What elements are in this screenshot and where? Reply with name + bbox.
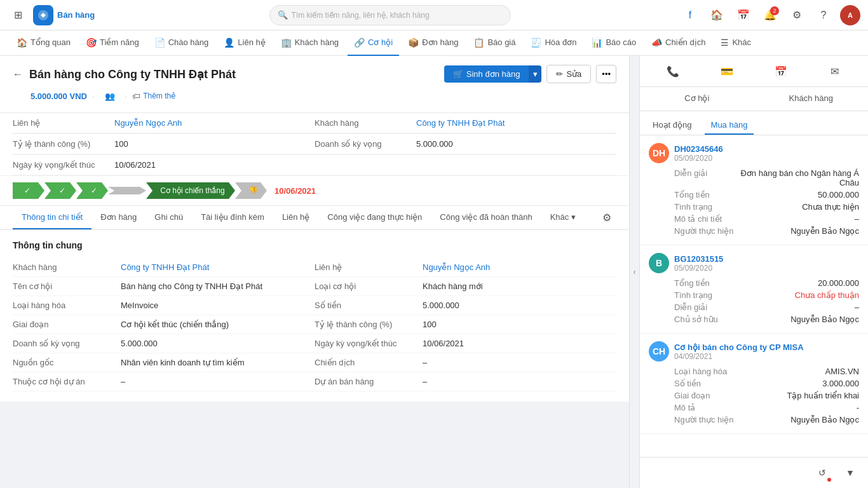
- detail-thuoc-co-hoi: Thuộc cơ hội dự án –: [13, 372, 315, 391]
- od2-row-4: Chủ sở hữu Nguyễn Bảo Ngọc: [674, 313, 859, 325]
- khach-hang-icon: 🏢: [281, 37, 292, 48]
- detail-so-tien: Số tiền 5.000.000: [315, 296, 616, 315]
- grid-icon[interactable]: ⊞: [8, 5, 28, 25]
- pipeline-date: 10/06/2021: [275, 186, 316, 196]
- step-1-shape[interactable]: ✓: [13, 182, 44, 199]
- step-4-shape[interactable]: [108, 187, 146, 194]
- rp-phone-icon[interactable]: 📞: [661, 60, 684, 83]
- nav-tong-quan[interactable]: 🏠 Tổng quan: [10, 30, 77, 56]
- step-3-shape[interactable]: ✓: [76, 182, 108, 199]
- od3-row-5: Người thực hiện Nguyễn Bảo Ngọc: [674, 414, 859, 426]
- more-button[interactable]: •••: [596, 65, 616, 83]
- detail-loai-co-hoi-label: Loại cơ hội: [315, 281, 423, 291]
- detail-khach-hang-value[interactable]: Công ty TNHH Đạt Phát: [121, 262, 315, 272]
- bao-gia-icon: 📋: [473, 37, 484, 48]
- pipeline-step-4[interactable]: [108, 187, 146, 194]
- rp-subtab-mua-hang[interactable]: Mua hàng: [705, 116, 754, 135]
- detail-chien-dich: Chiến dịch –: [315, 353, 616, 372]
- nav-khach-hang[interactable]: 🏢 Khách hàng: [275, 30, 345, 56]
- tag-label: Thêm thẻ: [143, 92, 175, 100]
- nav-chien-dich[interactable]: 📣 Chiến dịch: [645, 30, 712, 56]
- rp-filter-icon[interactable]: ▼: [839, 461, 862, 484]
- rp-tab-co-hoi[interactable]: Cơ hội: [640, 87, 754, 111]
- tab-khac[interactable]: Khác ▾: [541, 206, 585, 229]
- nav-don-hang[interactable]: 📦 Đơn hàng: [402, 30, 465, 56]
- tab-hoan-thanh[interactable]: Công việc đã hoàn thành: [431, 206, 541, 229]
- pipeline-step-6[interactable]: 👎: [235, 182, 267, 199]
- od3-row-1: Loại hàng hóa AMIS.VN: [674, 365, 859, 377]
- nav-hoa-don[interactable]: 🧾 Hóa đơn: [524, 30, 583, 56]
- rp-refresh-icon[interactable]: ↺: [811, 461, 834, 484]
- nav-chao-hang[interactable]: 📄 Chào hàng: [148, 30, 215, 56]
- sinh-don-hang-label: Sinh đơn hàng: [466, 69, 520, 79]
- search-placeholder: Tìm kiếm tiềm năng, liên hệ, khách hàng: [292, 11, 430, 20]
- search-bar[interactable]: 🔍 Tìm kiếm tiềm năng, liên hệ, khách hàn…: [269, 5, 511, 25]
- tab-thong-tin[interactable]: Thông tin chi tiết: [13, 206, 92, 229]
- order-code-1[interactable]: DH02345646: [674, 144, 723, 154]
- panel-toggle[interactable]: ‹: [629, 56, 639, 488]
- pipeline-step-1[interactable]: ✓: [13, 182, 44, 199]
- tag-icon: 🏷: [132, 92, 140, 101]
- rp-subtab-hoat-dong[interactable]: Hoạt động: [646, 116, 698, 135]
- order-code-3[interactable]: Cơ hội bán cho Công ty CP MISA: [674, 342, 804, 352]
- od3-value-1: AMIS.VN: [738, 367, 859, 376]
- back-button[interactable]: ←: [13, 69, 23, 80]
- rp-tab-khach-hang[interactable]: Khách hàng: [754, 87, 869, 111]
- bao-cao-icon: 📊: [592, 37, 602, 48]
- lien-he-icon: 👤: [224, 37, 234, 48]
- order-code-2[interactable]: BG12031515: [674, 254, 723, 264]
- nav-bao-gia[interactable]: 📋 Báo giá: [467, 30, 522, 56]
- home-icon[interactable]: 🏠: [707, 5, 727, 25]
- user-avatar[interactable]: A: [840, 5, 860, 25]
- settings-icon[interactable]: ⚙: [787, 5, 807, 25]
- tabs-settings-icon[interactable]: ⚙: [597, 207, 616, 229]
- help-icon[interactable]: ?: [813, 5, 834, 25]
- tab-don-hang[interactable]: Đơn hàng: [92, 206, 146, 229]
- app-name: Bán hàng: [57, 10, 95, 20]
- step-active-shape[interactable]: Cơ hội chiến thắng: [146, 182, 235, 199]
- doanh-so-value: 5.000.000: [416, 139, 453, 149]
- nav-tiem-nang[interactable]: 🎯 Tiềm năng: [79, 30, 146, 56]
- nav-bao-cao[interactable]: 📊 Báo cáo: [585, 30, 642, 56]
- pipeline-step-5[interactable]: Cơ hội chiến thắng: [146, 182, 235, 199]
- section-title: Thông tin chung: [13, 240, 616, 250]
- tab-lien-he[interactable]: Liên hệ: [273, 206, 318, 229]
- currency: VND: [69, 92, 86, 101]
- nav-lien-he[interactable]: 👤 Liên hệ: [217, 30, 271, 56]
- add-tag[interactable]: 🏷 Thêm thẻ: [132, 92, 175, 101]
- detail-doanh-so-value: 5.000.000: [121, 339, 315, 348]
- tab-cong-viec[interactable]: Công việc đang thực hiện: [318, 206, 431, 229]
- step-6-shape[interactable]: 👎: [235, 182, 267, 199]
- nav-co-hoi[interactable]: 🔗 Cơ hội: [348, 30, 399, 56]
- step-2-shape[interactable]: ✓: [44, 182, 76, 199]
- co-hoi-icon: 🔗: [354, 37, 365, 48]
- rp-card-icon[interactable]: 💳: [715, 60, 738, 83]
- tab-ghi-chu[interactable]: Ghi chú: [146, 206, 192, 229]
- amount-number: 5.000.000: [31, 92, 67, 101]
- pipeline-step-2[interactable]: ✓: [44, 182, 76, 199]
- sinh-don-hang-dropdown[interactable]: ▾: [529, 65, 541, 83]
- pipeline-step-3[interactable]: ✓: [76, 182, 108, 199]
- khach-hang-field: Khách hàng Công ty TNHH Đạt Phát: [315, 113, 616, 133]
- rp-email-icon[interactable]: ✉: [824, 60, 846, 83]
- sinh-don-hang-button[interactable]: 🛒 Sinh đơn hàng: [444, 65, 529, 83]
- sua-button[interactable]: ✏ Sửa: [546, 65, 591, 83]
- nav-tiem-nang-label: Tiềm năng: [100, 37, 139, 47]
- notification-icon[interactable]: 🔔 2: [760, 5, 780, 25]
- lien-he-value[interactable]: Nguyễn Ngọc Anh: [114, 118, 182, 128]
- order-details-3: Loại hàng hóa AMIS.VN Số tiền 3.000.000 …: [674, 365, 859, 426]
- detail-chien-dich-value: –: [423, 358, 616, 367]
- facebook-icon[interactable]: f: [680, 5, 700, 25]
- page-header: ← Bán hàng cho Công ty TNHH Đạt Phát 🛒 S…: [0, 56, 629, 113]
- detail-lien-he-value[interactable]: Nguyễn Ngọc Anh: [423, 262, 616, 272]
- rp-calendar-icon[interactable]: 📅: [770, 60, 792, 83]
- detail-ngay-ky-vong: Ngày kỳ vọng/kết thúc 10/06/2021: [315, 334, 616, 353]
- tab-tai-lieu[interactable]: Tài liệu đính kèm: [192, 206, 273, 229]
- detail-left-col: Khách hàng Công ty TNHH Đạt Phát Tên cơ …: [13, 258, 315, 391]
- header-actions: 🛒 Sinh đơn hàng ▾ ✏ Sửa •••: [444, 65, 616, 83]
- detail-thuoc-co-hoi-label: Thuộc cơ hội dự án: [13, 377, 121, 386]
- khach-hang-value[interactable]: Công ty TNHH Đạt Phát: [416, 118, 505, 128]
- od2-value-2: Chưa chấp thuận: [738, 290, 859, 300]
- calendar-icon[interactable]: 📅: [733, 5, 754, 25]
- nav-khac[interactable]: ☰ Khác: [714, 30, 757, 56]
